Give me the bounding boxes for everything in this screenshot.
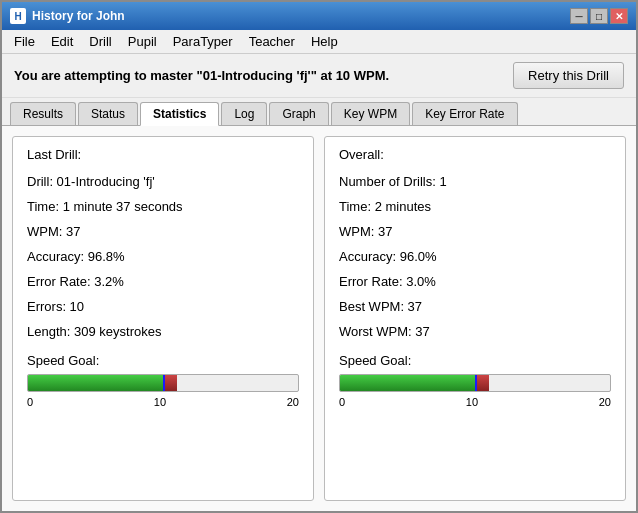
last-drill-errors: Errors: 10	[27, 299, 299, 314]
top-bar: You are attempting to master "01-Introdu…	[2, 54, 636, 98]
tabs-bar: Results Status Statistics Log Graph Key …	[2, 98, 636, 126]
last-drill-time: Time: 1 minute 37 seconds	[27, 199, 299, 214]
overall-bar-green	[340, 375, 475, 391]
last-drill-length: Length: 309 keystrokes	[27, 324, 299, 339]
last-drill-accuracy: Accuracy: 96.8%	[27, 249, 299, 264]
overall-accuracy: Accuracy: 96.0%	[339, 249, 611, 264]
tab-key-error-rate[interactable]: Key Error Rate	[412, 102, 517, 125]
menu-drill[interactable]: Drill	[81, 32, 119, 51]
last-drill-bar-red	[163, 375, 177, 391]
overall-speed-bar	[339, 374, 611, 392]
menu-file[interactable]: File	[6, 32, 43, 51]
title-bar: H History for John ─ □ ✕	[2, 2, 636, 30]
menubar: File Edit Drill Pupil ParaTyper Teacher …	[2, 30, 636, 54]
retry-drill-button[interactable]: Retry this Drill	[513, 62, 624, 89]
tab-statistics[interactable]: Statistics	[140, 102, 219, 126]
minimize-button[interactable]: ─	[570, 8, 588, 24]
last-drill-speed-bar	[27, 374, 299, 392]
app-icon: H	[10, 8, 26, 24]
tab-key-wpm[interactable]: Key WPM	[331, 102, 410, 125]
menu-help[interactable]: Help	[303, 32, 346, 51]
overall-worst-wpm: Worst WPM: 37	[339, 324, 611, 339]
scale-max: 20	[287, 396, 299, 408]
overall-goal-marker	[475, 375, 477, 391]
menu-edit[interactable]: Edit	[43, 32, 81, 51]
title-buttons: ─ □ ✕	[570, 8, 628, 24]
main-window: H History for John ─ □ ✕ File Edit Drill…	[0, 0, 638, 513]
last-drill-speed-goal-label: Speed Goal:	[27, 353, 299, 368]
menu-teacher[interactable]: Teacher	[241, 32, 303, 51]
content-area: Last Drill: Drill: 01-Introducing 'fj' T…	[2, 126, 636, 511]
overall-time: Time: 2 minutes	[339, 199, 611, 214]
top-message: You are attempting to master "01-Introdu…	[14, 68, 389, 83]
overall-scale-mid: 10	[466, 396, 478, 408]
last-drill-goal-marker	[163, 375, 165, 391]
scale-min: 0	[27, 396, 33, 408]
menu-pupil[interactable]: Pupil	[120, 32, 165, 51]
last-drill-speed-scale: 0 10 20	[27, 396, 299, 408]
overall-drills: Number of Drills: 1	[339, 174, 611, 189]
overall-scale-min: 0	[339, 396, 345, 408]
maximize-button[interactable]: □	[590, 8, 608, 24]
overall-panel: Overall: Number of Drills: 1 Time: 2 min…	[324, 136, 626, 501]
tab-log[interactable]: Log	[221, 102, 267, 125]
menu-paratyper[interactable]: ParaTyper	[165, 32, 241, 51]
last-drill-panel: Last Drill: Drill: 01-Introducing 'fj' T…	[12, 136, 314, 501]
last-drill-speed-goal-section: Speed Goal: 0 10 20	[27, 353, 299, 408]
title-bar-left: H History for John	[10, 8, 125, 24]
overall-best-wpm: Best WPM: 37	[339, 299, 611, 314]
last-drill-wpm: WPM: 37	[27, 224, 299, 239]
last-drill-title: Last Drill:	[27, 147, 299, 162]
window-title: History for John	[32, 9, 125, 23]
stats-container: Last Drill: Drill: 01-Introducing 'fj' T…	[12, 136, 626, 501]
tab-status[interactable]: Status	[78, 102, 138, 125]
overall-speed-goal-section: Speed Goal: 0 10 20	[339, 353, 611, 408]
overall-title: Overall:	[339, 147, 611, 162]
overall-scale-max: 20	[599, 396, 611, 408]
last-drill-name: Drill: 01-Introducing 'fj'	[27, 174, 299, 189]
overall-bar-red	[475, 375, 489, 391]
tab-results[interactable]: Results	[10, 102, 76, 125]
last-drill-bar-green	[28, 375, 163, 391]
overall-wpm: WPM: 37	[339, 224, 611, 239]
last-drill-error-rate: Error Rate: 3.2%	[27, 274, 299, 289]
tab-graph[interactable]: Graph	[269, 102, 328, 125]
scale-mid: 10	[154, 396, 166, 408]
overall-error-rate: Error Rate: 3.0%	[339, 274, 611, 289]
overall-speed-goal-label: Speed Goal:	[339, 353, 611, 368]
close-button[interactable]: ✕	[610, 8, 628, 24]
overall-speed-scale: 0 10 20	[339, 396, 611, 408]
